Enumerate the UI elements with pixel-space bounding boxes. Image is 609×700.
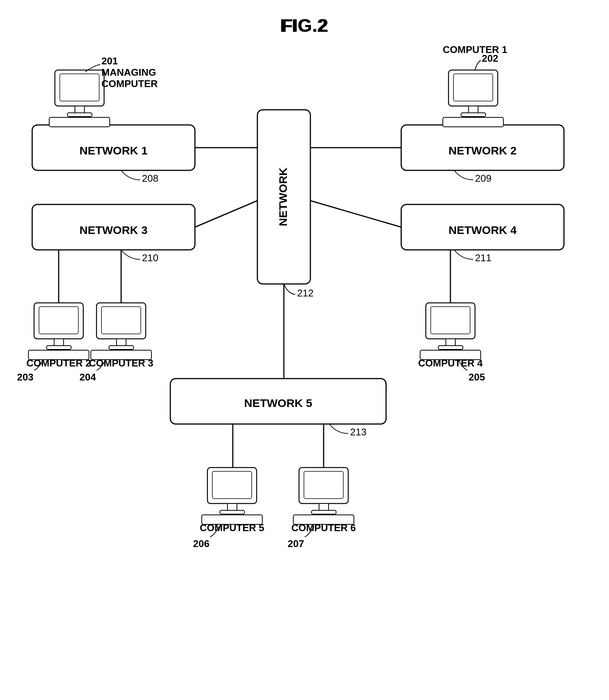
managing-computer-icon: 201 MANAGING COMPUTER	[49, 55, 158, 127]
svg-rect-28	[34, 303, 83, 339]
svg-rect-42	[420, 350, 481, 360]
ref-209: 209	[475, 173, 491, 184]
label-computer5: COMPUTER 5	[200, 522, 264, 533]
svg-rect-1	[401, 125, 564, 170]
label-computer4: COMPUTER 4	[418, 357, 483, 369]
svg-rect-39	[431, 307, 470, 334]
ref-206: 206	[193, 538, 209, 549]
network-center-label: NETWORK	[277, 167, 289, 226]
computer4-icon: COMPUTER 4 205	[418, 303, 485, 383]
svg-rect-18	[55, 70, 104, 106]
ref-203: 203	[17, 371, 33, 383]
label-computer-managing: COMPUTER	[101, 78, 158, 89]
network2-label: NETWORK 2	[449, 144, 517, 157]
ref-204: 204	[79, 371, 96, 383]
svg-rect-2	[32, 204, 195, 250]
svg-rect-19	[60, 74, 99, 101]
svg-rect-4	[257, 110, 310, 284]
svg-rect-33	[97, 303, 146, 339]
network5-label: NETWORK 5	[244, 397, 312, 409]
svg-rect-38	[426, 303, 475, 339]
svg-rect-51	[312, 510, 336, 514]
ref-211: 211	[475, 252, 491, 263]
svg-rect-32	[28, 350, 89, 360]
svg-rect-44	[212, 471, 252, 499]
svg-rect-41	[438, 346, 463, 349]
svg-rect-21	[67, 113, 92, 117]
svg-rect-24	[453, 74, 493, 101]
label-computer6: COMPUTER 6	[291, 522, 356, 533]
svg-rect-40	[446, 339, 455, 346]
ref-210: 210	[142, 252, 158, 263]
svg-rect-29	[39, 307, 78, 334]
svg-line-11	[310, 201, 401, 227]
computer1-icon: COMPUTER 1 202	[443, 44, 507, 127]
svg-rect-20	[75, 106, 84, 114]
page-title: FIG.2	[282, 15, 327, 36]
network3-label: NETWORK 3	[79, 224, 148, 236]
label-computer3: COMPUTER 3	[89, 357, 153, 369]
network4-label: NETWORK 4	[449, 224, 517, 236]
label-computer1: COMPUTER 1	[443, 44, 507, 55]
svg-rect-3	[401, 204, 564, 250]
svg-rect-37	[91, 350, 151, 360]
ref-201: 201	[101, 55, 118, 67]
svg-rect-50	[319, 504, 329, 511]
svg-rect-27	[443, 117, 503, 127]
svg-rect-47	[202, 515, 262, 524]
computer3-icon: COMPUTER 3 204	[79, 303, 153, 383]
diagram-svg: NETWORK 1 208 NETWORK 2 209 NETWORK 3 21…	[0, 0, 609, 700]
svg-rect-22	[49, 117, 110, 127]
svg-rect-36	[109, 346, 134, 349]
ref-212: 212	[297, 287, 313, 299]
diagram-container: { "title": "FIG.2", "networks": { "netwo…	[0, 0, 609, 700]
svg-rect-43	[207, 468, 257, 504]
network1-label: NETWORK 1	[79, 144, 148, 157]
svg-rect-5	[170, 379, 386, 424]
computer6-icon: COMPUTER 6 207	[288, 468, 356, 549]
svg-rect-25	[469, 106, 478, 114]
svg-rect-30	[54, 339, 64, 346]
label-computer2: COMPUTER 2	[26, 357, 91, 369]
ref-207: 207	[288, 538, 304, 549]
svg-rect-0	[32, 125, 195, 170]
computer2-icon: COMPUTER 2 203	[17, 303, 91, 383]
svg-rect-49	[304, 471, 343, 499]
svg-rect-35	[117, 339, 126, 346]
svg-rect-45	[227, 504, 237, 511]
label-managing: MANAGING	[101, 67, 156, 78]
ref-208: 208	[142, 173, 158, 184]
svg-rect-48	[299, 468, 348, 504]
ref-205: 205	[469, 371, 485, 383]
svg-line-10	[195, 201, 257, 227]
svg-rect-34	[101, 307, 141, 334]
svg-rect-23	[449, 70, 498, 106]
svg-rect-52	[293, 515, 354, 524]
svg-rect-26	[461, 113, 486, 117]
svg-rect-46	[220, 510, 245, 514]
computer5-icon: COMPUTER 5 206	[193, 468, 264, 549]
ref-213: 213	[350, 426, 366, 438]
ref-202: 202	[482, 53, 498, 64]
svg-rect-31	[47, 346, 71, 349]
